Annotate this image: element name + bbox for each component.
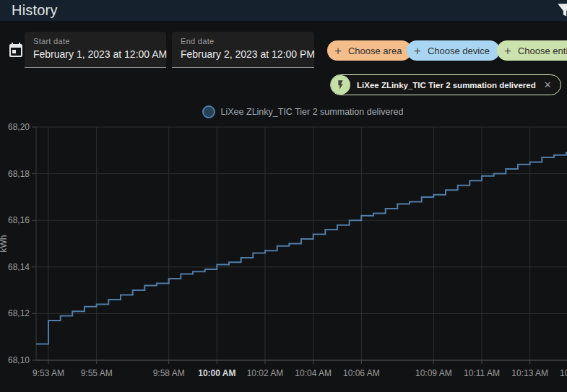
end-date-label: End date	[181, 37, 306, 45]
active-entity-label: LiXee ZLinky_TIC Tier 2 summation delive…	[357, 81, 536, 90]
y-axis-label: 68,20	[8, 122, 30, 132]
end-date-value: February 2, 2023 at 12:00 PM	[181, 48, 306, 60]
x-axis-label: 10:09 AM	[415, 368, 452, 378]
start-date-value: February 1, 2023 at 12:00 AM	[33, 48, 157, 60]
x-axis-label: 10:02 AM	[247, 368, 284, 378]
series-line	[36, 153, 567, 344]
plus-icon: +	[334, 45, 342, 57]
choose-entity-chip[interactable]: + Choose entity	[497, 40, 567, 61]
choose-device-label: Choose device	[428, 45, 490, 56]
legend-label: LiXee ZLinky_TIC Tier 2 summation delive…	[221, 107, 404, 117]
y-axis-label: 68,14	[8, 262, 30, 272]
plus-icon: +	[414, 45, 421, 57]
x-axis-label: 10:06 AM	[343, 368, 380, 378]
page-title: History	[12, 2, 58, 19]
y-axis-unit: kWh	[0, 235, 9, 253]
choose-device-chip[interactable]: + Choose device	[407, 40, 500, 61]
x-axis-label: 9:55 AM	[81, 368, 113, 378]
app-header: History	[0, 0, 567, 21]
calendar-icon	[7, 42, 25, 59]
legend-dot	[202, 105, 215, 118]
y-axis-label: 68,18	[8, 169, 30, 179]
close-icon[interactable]: ✕	[542, 79, 553, 90]
x-axis-label: 10:11 AM	[464, 368, 500, 378]
x-axis-label: 10:13 AM	[511, 368, 548, 378]
choose-area-label: Choose area	[348, 45, 402, 56]
filter-icon[interactable]	[555, 1, 567, 20]
x-axis-label: 10:15 AM	[560, 368, 567, 378]
choose-area-chip[interactable]: + Choose area	[327, 40, 412, 61]
x-axis-label: 10:00 AM	[198, 368, 235, 378]
end-date-field[interactable]: End date February 2, 2023 at 12:00 PM	[172, 32, 314, 68]
choose-entity-label: Choose entity	[518, 45, 567, 56]
start-date-label: Start date	[33, 37, 157, 45]
x-axis-label: 9:53 AM	[33, 368, 64, 378]
flash-icon	[331, 75, 350, 95]
plus-icon: +	[504, 45, 511, 57]
x-axis-label: 10:04 AM	[295, 368, 332, 378]
x-axis-label: 9:58 AM	[153, 368, 185, 378]
y-axis-label: 68,16	[8, 215, 30, 225]
chart-legend[interactable]: LiXee ZLinky_TIC Tier 2 summation delive…	[39, 105, 566, 118]
y-axis-label: 68,10	[8, 355, 30, 365]
y-axis-label: 68,12	[8, 308, 30, 318]
start-date-field[interactable]: Start date February 1, 2023 at 12:00 AM	[25, 32, 166, 68]
active-entity-chip[interactable]: LiXee ZLinky_TIC Tier 2 summation delive…	[330, 74, 561, 95]
